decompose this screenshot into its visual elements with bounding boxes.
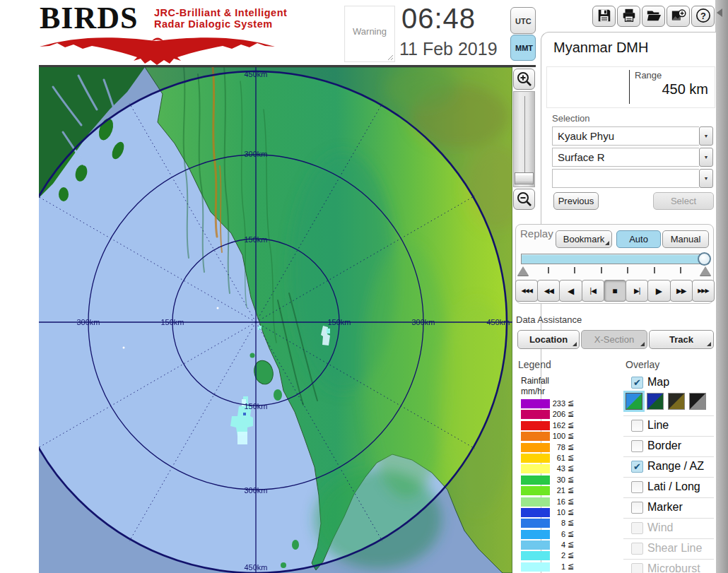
ring-label: 450km bbox=[244, 563, 267, 572]
timeline-end-marker[interactable] bbox=[700, 266, 711, 276]
open-folder-icon bbox=[646, 8, 662, 25]
legend-value: 21 bbox=[537, 486, 565, 495]
checkbox[interactable]: ✔ bbox=[631, 377, 643, 389]
zoom-slider-thumb[interactable] bbox=[515, 172, 534, 184]
eagle-logo-icon bbox=[39, 33, 276, 65]
zoom-out-button[interactable] bbox=[513, 189, 535, 210]
overlay-item-line[interactable]: Line bbox=[626, 417, 714, 437]
logo-subtitle: JRC-Brilliant & Intelligent Radar Dialog… bbox=[154, 7, 287, 30]
map-style-2-button[interactable] bbox=[647, 393, 664, 410]
ring-label: 150km bbox=[244, 402, 267, 410]
logo-subtitle-line1: JRC-Brilliant & Intelligent bbox=[154, 7, 287, 18]
lte-symbol: ≦ bbox=[568, 463, 574, 473]
separator bbox=[623, 497, 714, 498]
empty-dropdown-value[interactable] bbox=[552, 169, 699, 188]
utc-button[interactable]: UTC bbox=[510, 7, 536, 34]
zoom-in-button[interactable] bbox=[513, 69, 535, 90]
save-button[interactable] bbox=[592, 6, 616, 27]
chevron-down-icon[interactable]: ▼ bbox=[699, 126, 713, 146]
empty-dropdown[interactable]: ▼ bbox=[552, 169, 713, 188]
overlay-item-marker[interactable]: Marker bbox=[626, 499, 714, 519]
collapse-arrow-icon[interactable] bbox=[717, 8, 722, 17]
overlay-item-map[interactable]: ✔Map bbox=[626, 374, 714, 394]
checkbox[interactable] bbox=[631, 502, 643, 514]
mmt-button[interactable]: MMT bbox=[510, 35, 536, 61]
chevron-down-icon[interactable]: ▼ bbox=[699, 169, 713, 188]
legend-unit-line1: Rainfall bbox=[521, 376, 549, 386]
replay-timeline-thumb[interactable] bbox=[698, 252, 711, 266]
checkbox[interactable] bbox=[631, 420, 643, 432]
station-title: Myanmar DMH bbox=[553, 40, 648, 56]
track-button[interactable]: Track bbox=[649, 330, 714, 349]
lte-symbol: ≦ bbox=[568, 442, 574, 451]
magnifier-plus-icon bbox=[516, 71, 533, 88]
checkbox[interactable]: ✔ bbox=[631, 461, 643, 473]
selection-label: Selection bbox=[552, 113, 589, 124]
manual-button[interactable]: Manual bbox=[662, 230, 709, 248]
radar-map-svg[interactable]: 450km300km150km150km300km450km300km150km… bbox=[39, 67, 512, 573]
legend-value: 4 bbox=[537, 540, 565, 549]
overlay-item-range-az[interactable]: ✔Range / AZ bbox=[626, 458, 714, 478]
zoom-slider[interactable] bbox=[513, 91, 535, 187]
checkbox[interactable] bbox=[631, 522, 643, 534]
checkbox[interactable] bbox=[631, 563, 643, 573]
station-dropdown-value[interactable]: Kyauk Phyu bbox=[552, 126, 699, 146]
legend-value: 78 bbox=[537, 443, 565, 451]
map-style-1-button[interactable] bbox=[626, 393, 642, 410]
overlay-item-lati-long[interactable]: Lati / Long bbox=[626, 478, 714, 499]
legend-entry: 10≦ bbox=[521, 507, 606, 518]
overlay-item-label: Wind bbox=[647, 521, 673, 534]
select-button[interactable]: Select bbox=[653, 192, 714, 210]
legend-entry: 43≦ bbox=[521, 463, 606, 474]
overlay-item-label: Map bbox=[647, 376, 669, 389]
radar-map[interactable]: 450km300km150km150km300km450km300km150km… bbox=[39, 67, 512, 573]
x-section-button[interactable]: X-Section bbox=[581, 330, 647, 349]
legend-entry: 162≦ bbox=[521, 420, 606, 431]
product-dropdown[interactable]: Surface R ▼ bbox=[552, 148, 713, 167]
station-dropdown[interactable]: Kyauk Phyu ▼ bbox=[552, 126, 713, 146]
overlay-item-wind[interactable]: Wind bbox=[626, 519, 714, 540]
timeline-tick bbox=[548, 267, 549, 273]
resize-grip-icon[interactable] bbox=[387, 54, 394, 61]
legend-value: 43 bbox=[537, 464, 565, 473]
print-button[interactable] bbox=[617, 6, 640, 27]
checkbox[interactable] bbox=[631, 440, 643, 452]
lte-symbol: ≦ bbox=[568, 540, 574, 549]
overlay-item-border[interactable]: Border bbox=[626, 437, 714, 458]
panel-collapse-strip[interactable] bbox=[715, 0, 728, 573]
rewind-fast-button[interactable]: ◀◀◀ bbox=[515, 280, 538, 302]
bookmark-button[interactable]: Bookmark bbox=[556, 230, 612, 248]
open-folder-button[interactable] bbox=[642, 6, 665, 27]
play-button[interactable]: ▶ bbox=[647, 280, 670, 302]
checkbox[interactable] bbox=[631, 481, 643, 493]
location-button[interactable]: Location bbox=[517, 330, 580, 349]
replay-label: Replay bbox=[520, 228, 553, 240]
overlay-item-shear-line[interactable]: Shear Line bbox=[626, 540, 714, 560]
lte-symbol: ≦ bbox=[568, 497, 574, 506]
overlay-item-microburst[interactable]: Microburst bbox=[626, 560, 714, 573]
legend-entry: 30≦ bbox=[521, 475, 606, 485]
replay-timeline-slider[interactable] bbox=[521, 254, 709, 264]
print-icon bbox=[621, 8, 637, 25]
previous-button[interactable]: Previous bbox=[553, 192, 599, 210]
add-image-button[interactable] bbox=[667, 6, 690, 27]
forward-fast-button[interactable]: ▶▶▶ bbox=[692, 280, 715, 302]
logo-subtitle-line2: Radar Dialogic System bbox=[154, 18, 287, 30]
forward-button[interactable]: ▶▶ bbox=[670, 280, 693, 302]
product-dropdown-value[interactable]: Surface R bbox=[552, 148, 699, 167]
rewind-button[interactable]: ◀◀ bbox=[537, 280, 560, 302]
range-label: Range bbox=[635, 70, 662, 81]
timeline-tick bbox=[680, 267, 681, 273]
map-style-3-button[interactable] bbox=[668, 393, 685, 410]
help-button[interactable]: ? bbox=[691, 6, 715, 27]
chevron-down-icon[interactable]: ▼ bbox=[699, 148, 713, 167]
timeline-start-marker[interactable] bbox=[517, 266, 529, 276]
map-style-4-button[interactable] bbox=[689, 393, 706, 410]
auto-button[interactable]: Auto bbox=[616, 230, 661, 248]
checkbox[interactable] bbox=[631, 543, 643, 555]
step-forward-button[interactable]: ▶| bbox=[626, 280, 648, 302]
warning-list[interactable]: Warning bbox=[344, 6, 395, 62]
stop-button[interactable]: ■ bbox=[604, 280, 626, 302]
step-back-button[interactable]: |◀ bbox=[582, 280, 604, 302]
play-reverse-button[interactable]: ◀ bbox=[559, 280, 582, 302]
